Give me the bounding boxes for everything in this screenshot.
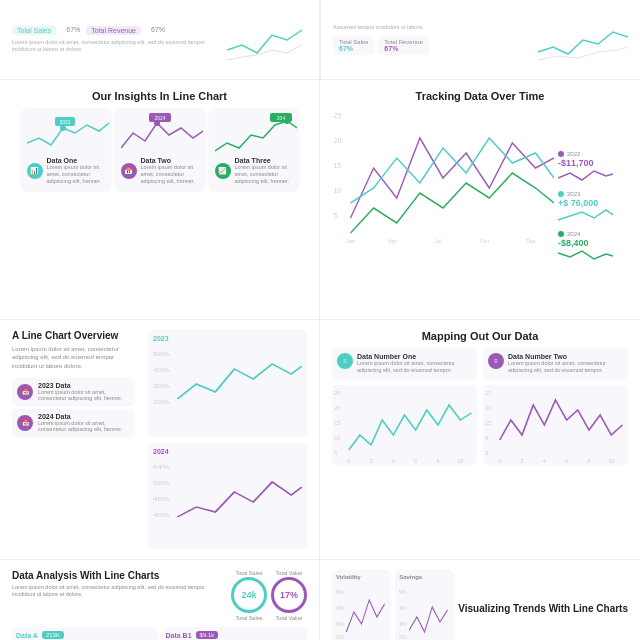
- row1-right-desc: Assumed tempor incididunt ut labore.: [333, 24, 532, 31]
- insights-title: Our Insights In Line Chart: [12, 90, 307, 102]
- overview-title: A Line Chart Overview: [12, 330, 134, 341]
- analysis-content: Data Analysis With Line Charts Lorem ips…: [12, 570, 307, 640]
- overview-chart-2023: 2023 50% 40% 30% 20%: [148, 330, 307, 437]
- svg-text:2024: 2024: [154, 115, 165, 121]
- row1-right-panel: Assumed tempor incididunt ut labore. Tot…: [320, 0, 640, 79]
- mapping-card-2: ≡ Data Number Two Lorem ipsum dolor sit …: [483, 348, 628, 379]
- svg-text:Dec: Dec: [526, 238, 536, 244]
- svg-text:25: 25: [334, 112, 341, 119]
- svg-text:Oct: Oct: [480, 238, 489, 244]
- svg-text:64%: 64%: [153, 463, 170, 470]
- svg-text:20: 20: [334, 406, 340, 412]
- insight-icon-row-3: 📈 Data Three Lorem ipsum dolor sit amet,…: [215, 157, 293, 185]
- viz-title: Visualizing Trends With Line Charts: [458, 602, 628, 615]
- svg-text:4: 4: [543, 459, 546, 465]
- overview-panel: A Line Chart Overview Lorem ipsum dolor …: [0, 320, 320, 559]
- overview-item-desc-1: Lorem ipsum dolor sit amet, consectetur …: [38, 389, 129, 401]
- svg-text:30%: 30%: [336, 620, 344, 627]
- insights-cards: 2022 📊 Data One Lorem ipsum dolor sit am…: [12, 108, 307, 190]
- analysis-chart-1: Data A 213K Sun Mon Tue Wed Fri Sat: [12, 627, 158, 640]
- svg-text:5: 5: [334, 451, 337, 457]
- mapping-card-desc-2: Lorem ipsum dolor sit amet, consectetur …: [508, 360, 623, 374]
- overview-chart-label-2: 2024: [153, 448, 302, 455]
- svg-text:4: 4: [392, 459, 395, 465]
- analysis-title-block: Data Analysis With Line Charts Lorem ips…: [12, 570, 227, 621]
- tracking-title: Tracking Data Over Time: [332, 90, 628, 102]
- svg-text:56%: 56%: [153, 479, 170, 486]
- mapping-card-label-2: Data Number Two: [508, 353, 623, 360]
- svg-text:2: 2: [369, 459, 372, 465]
- insight-card-3: 204 📈 Data Three Lorem ipsum dolor sit a…: [209, 108, 299, 190]
- insight-icon-row-2: 📅 Data Two Lorem ipsum dolor sit amet, c…: [121, 157, 199, 185]
- svg-text:0: 0: [347, 459, 350, 465]
- analysis-badge-2: $9.1k: [196, 631, 219, 639]
- mapping-card-text-2: Data Number Two Lorem ipsum dolor sit am…: [508, 353, 623, 374]
- analysis-panel: Data Analysis With Line Charts Lorem ips…: [0, 560, 320, 640]
- tracking-legend-2024: 2024 -$8,400: [558, 231, 628, 263]
- svg-text:8: 8: [587, 459, 590, 465]
- svg-text:25: 25: [334, 391, 340, 397]
- row1-left-chart: [227, 15, 307, 65]
- svg-text:50%: 50%: [336, 588, 344, 595]
- overview-item-2023: 📅 2023 Data Lorem ipsum dolor sit amet, …: [12, 378, 134, 405]
- svg-text:6: 6: [414, 459, 417, 465]
- overview-item-label-2: 2024 Data: [38, 413, 129, 420]
- analysis-circle-label-2: Total Value: [271, 615, 307, 621]
- analysis-title: Data Analysis With Line Charts: [12, 570, 227, 581]
- mapping-card-label-1: Data Number One: [357, 353, 472, 360]
- svg-text:9: 9: [485, 436, 488, 442]
- viz-chart-volatility: Volatility 50% 40% 30% 20%: [332, 570, 391, 640]
- insights-panel: Our Insights In Line Chart 2022 📊 Data O…: [0, 80, 320, 319]
- overview-item-label-1: 2023 Data: [38, 382, 129, 389]
- svg-text:27: 27: [485, 391, 491, 397]
- insight-chart-1: 2022: [27, 113, 105, 153]
- svg-text:20: 20: [334, 137, 341, 144]
- mapping-card-1: ≡ Data Number One Lorem ipsum dolor sit …: [332, 348, 477, 379]
- svg-text:40%: 40%: [153, 367, 170, 374]
- visualizing-panel: Volatility 50% 40% 30% 20% Savings 50%: [320, 560, 640, 640]
- insight-chart-3: 204: [215, 113, 293, 153]
- analysis-circle-2: Total Value 17% Total Value: [271, 570, 307, 621]
- row3: A Line Chart Overview Lorem ipsum dolor …: [0, 320, 640, 560]
- svg-text:10: 10: [334, 187, 341, 194]
- analysis-chart-2: Data B1 $9.1k Sun Mon Tue Wed Fri Sat: [162, 627, 308, 640]
- insight-card-1: 2022 📊 Data One Lorem ipsum dolor sit am…: [21, 108, 111, 190]
- analysis-circle-val-1: 24k: [231, 577, 267, 613]
- insight-desc-2: Lorem ipsum dolor sit amet, consectetur …: [141, 164, 199, 185]
- svg-text:30%: 30%: [399, 620, 407, 627]
- overview-item-2024: 📅 2024 Data Lorem ipsum dolor sit amet, …: [12, 409, 134, 436]
- viz-title-block: Visualizing Trends With Line Charts: [458, 570, 628, 640]
- svg-text:50%: 50%: [153, 351, 170, 358]
- tracking-chart: 25 20 15 10 5 Jan Apr Jul Oct Dec: [332, 108, 554, 248]
- overview-chart-label-1: 2023: [153, 335, 302, 342]
- overview-text: A Line Chart Overview Lorem ipsum dolor …: [12, 330, 142, 549]
- insight-icon-row-1: 📊 Data One Lorem ipsum dolor sit amet, c…: [27, 157, 105, 185]
- svg-text:0: 0: [498, 459, 501, 465]
- insight-label-1: Data One: [47, 157, 105, 164]
- svg-text:10: 10: [608, 459, 614, 465]
- analysis-circles: Total Sales 24k Total Sales Total Value …: [231, 570, 307, 621]
- analysis-circle-label-1: Total Sales: [231, 615, 267, 621]
- tracking-legend-2022: 2022 -$11,700: [558, 151, 628, 183]
- svg-text:2022: 2022: [59, 119, 70, 125]
- tracking-legend-2023: 2023 +$ 76,000: [558, 191, 628, 223]
- svg-text:15: 15: [485, 421, 491, 427]
- row1-right-chart: [538, 12, 628, 67]
- viz-chart-savings: Savings 50% 40% 30% 20%: [395, 570, 454, 640]
- analysis-desc: Lorem ipsum dolor sit amet, consectetur …: [12, 584, 227, 598]
- total-sales-badge: Total Sales: [12, 26, 56, 35]
- mapping-icon-2: ≡: [488, 353, 504, 369]
- analysis-circle-val-2: 17%: [271, 577, 307, 613]
- analysis-chart-label-1: Data A: [16, 632, 38, 639]
- svg-text:204: 204: [276, 115, 285, 121]
- insight-chart-2: 2024: [121, 113, 199, 153]
- svg-text:15: 15: [334, 421, 340, 427]
- overview-inner: A Line Chart Overview Lorem ipsum dolor …: [12, 330, 307, 549]
- svg-text:2: 2: [520, 459, 523, 465]
- svg-text:Jul: Jul: [435, 238, 442, 244]
- svg-text:15: 15: [334, 162, 341, 169]
- svg-text:50%: 50%: [399, 588, 407, 595]
- insight-desc-1: Lorem ipsum dolor sit amet, consectetur …: [47, 164, 105, 185]
- mapping-cards: ≡ Data Number One Lorem ipsum dolor sit …: [332, 348, 628, 379]
- row2: Our Insights In Line Chart 2022 📊 Data O…: [0, 80, 640, 320]
